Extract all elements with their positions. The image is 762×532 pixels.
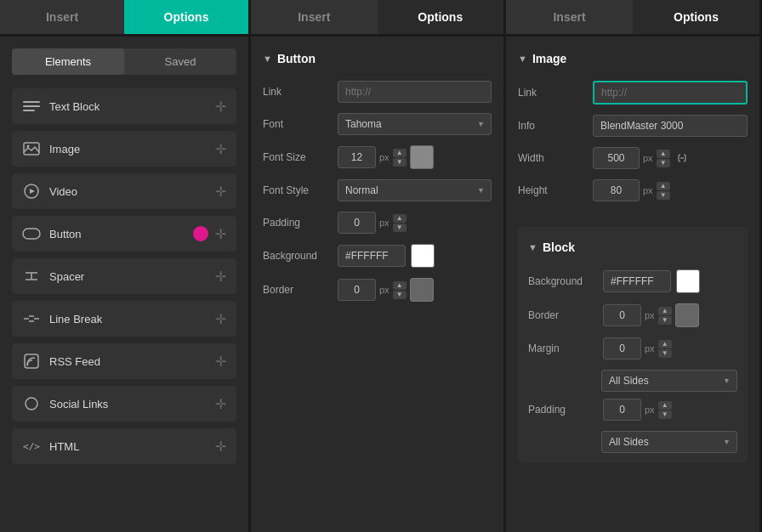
block-margin-input[interactable] (603, 337, 641, 359)
button-padding-up[interactable]: ▲ (393, 214, 407, 223)
element-button[interactable]: Button ✛ (12, 216, 236, 252)
block-margin-up[interactable]: ▲ (658, 340, 672, 348)
block-background-row: Background (528, 269, 737, 293)
image-info-label: Info (518, 120, 586, 132)
svg-point-4 (27, 145, 30, 148)
element-line-break[interactable]: Line Break ✛ (12, 301, 236, 337)
left-options-tab[interactable]: Options (124, 0, 248, 34)
button-padding-unit: px (379, 218, 390, 228)
button-border-row: Border px ▲ ▼ (263, 278, 492, 302)
button-background-hex-input[interactable] (338, 245, 406, 267)
block-padding-sides-row: All Sides Top Bottom (528, 431, 737, 453)
button-border-color[interactable] (410, 278, 434, 302)
button-font-size-input[interactable] (338, 146, 376, 168)
svg-rect-2 (23, 110, 35, 111)
button-toggle[interactable] (193, 226, 208, 241)
block-border-input[interactable] (603, 304, 641, 326)
block-background-hex-input[interactable] (603, 270, 671, 292)
button-border-input[interactable] (338, 279, 376, 301)
button-border-down[interactable]: ▼ (393, 291, 407, 299)
button-font-size-down[interactable]: ▼ (393, 158, 407, 167)
block-padding-input[interactable] (603, 399, 641, 421)
image-height-unit: px (643, 185, 653, 195)
image-section-header: ▼ Image (518, 48, 748, 69)
link-aspect-icon (674, 150, 691, 167)
button-border-label: Border (263, 284, 331, 296)
image-height-input[interactable] (593, 179, 640, 201)
block-margin-label: Margin (528, 342, 596, 354)
block-border-up[interactable]: ▲ (658, 307, 672, 315)
image-width-down[interactable]: ▼ (657, 159, 670, 167)
button-background-color-preview[interactable] (411, 244, 435, 268)
block-margin-sides-select[interactable]: All Sides Top Bottom (601, 370, 737, 392)
element-image[interactable]: Image ✛ (12, 131, 236, 167)
image-width-row: Width px ▲ ▼ (518, 147, 748, 169)
button-font-size-spinners: ▲ ▼ (393, 149, 407, 167)
block-padding-up[interactable]: ▲ (658, 401, 672, 410)
image-section-title: Image (532, 52, 566, 65)
spacer-label: Spacer (49, 270, 84, 283)
image-info-input[interactable] (593, 115, 748, 137)
element-html[interactable]: </> HTML ✛ (12, 428, 236, 464)
element-video[interactable]: Video ✛ (12, 173, 236, 209)
block-margin-down[interactable]: ▼ (658, 349, 672, 358)
button-font-size-up[interactable]: ▲ (393, 149, 407, 157)
block-margin-row: Margin px ▲ ▼ (528, 337, 737, 359)
middle-tab-header: Insert Options (251, 0, 503, 37)
button-font-select[interactable]: Tahoma Arial Georgia (338, 113, 492, 135)
block-padding-down[interactable]: ▼ (658, 410, 672, 419)
image-width-up[interactable]: ▲ (657, 150, 670, 158)
middle-options-tab[interactable]: Options (378, 0, 504, 34)
svg-rect-0 (23, 101, 40, 103)
block-padding-row: Padding px ▲ ▼ (528, 399, 737, 421)
image-height-down[interactable]: ▼ (657, 191, 670, 200)
block-background-label: Background (528, 275, 596, 287)
button-padding-input[interactable] (338, 212, 376, 234)
element-text-block[interactable]: Text Block ✛ (12, 88, 236, 124)
block-border-down[interactable]: ▼ (658, 316, 672, 325)
image-width-input[interactable] (593, 147, 640, 169)
rss-feed-icon (22, 352, 41, 371)
button-section-header: ▼ Button (263, 48, 492, 69)
svg-marker-6 (30, 189, 35, 194)
right-options-tab[interactable]: Options (633, 0, 759, 34)
element-rss-feed[interactable]: RSS Feed ✛ (12, 343, 236, 379)
block-background-color-preview[interactable] (676, 269, 700, 293)
right-options-content: ▼ Image Link Info Width px ▲ ▼ (506, 37, 759, 532)
right-insert-tab[interactable]: Insert (506, 0, 633, 34)
button-padding-row: Padding px ▲ ▼ (263, 212, 492, 234)
button-border-unit: px (379, 285, 390, 295)
button-icon (22, 224, 41, 243)
svg-rect-15 (25, 354, 38, 368)
block-border-spinners: ▲ ▼ (658, 307, 672, 325)
button-font-size-color[interactable] (410, 145, 434, 169)
image-label: Image (49, 143, 80, 156)
left-insert-tab[interactable]: Insert (0, 0, 124, 34)
block-section: ▼ Block Background Border px ▲ (518, 227, 748, 463)
saved-subtab[interactable]: Saved (124, 48, 236, 75)
image-link-input[interactable] (593, 81, 748, 105)
element-spacer[interactable]: Spacer ✛ (12, 258, 236, 294)
button-font-style-select[interactable]: Normal Bold Italic (338, 179, 492, 201)
image-width-label: Width (518, 152, 586, 164)
button-padding-down[interactable]: ▼ (393, 224, 407, 232)
block-border-label: Border (528, 309, 596, 321)
button-border-up[interactable]: ▲ (393, 281, 407, 290)
elements-subtab[interactable]: Elements (12, 48, 124, 75)
block-border-color[interactable] (675, 303, 699, 327)
image-height-up[interactable]: ▲ (657, 182, 670, 190)
block-border-row: Border px ▲ ▼ (528, 303, 737, 327)
social-links-label: Social Links (49, 398, 108, 410)
button-link-label: Link (263, 86, 331, 98)
button-link-input[interactable] (338, 81, 492, 103)
block-padding-sides-select[interactable]: All Sides Top Bottom (601, 431, 737, 453)
middle-insert-tab[interactable]: Insert (251, 0, 378, 34)
block-margin-sides-wrapper: All Sides Top Bottom (601, 370, 737, 392)
element-social-links[interactable]: Social Links ✛ (12, 386, 236, 422)
image-drag-icon: ✛ (215, 141, 226, 157)
block-padding-label: Padding (528, 404, 596, 416)
button-padding-label: Padding (263, 217, 331, 229)
button-border-spinners: ▲ ▼ (393, 281, 407, 299)
svg-point-17 (26, 398, 37, 410)
line-break-label: Line Break (49, 313, 102, 325)
